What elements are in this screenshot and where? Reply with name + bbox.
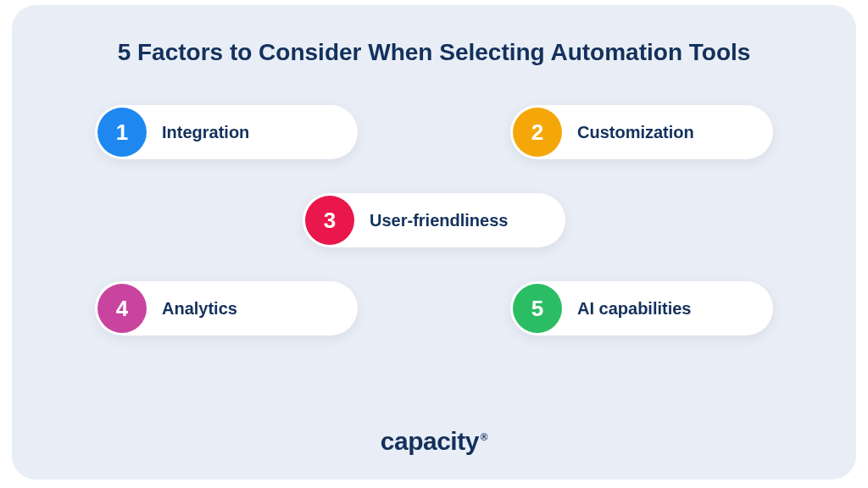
factor-badge: 2 [513, 108, 562, 157]
row-1: 1 Integration 2 Customization [63, 105, 805, 159]
registered-mark: ® [481, 431, 487, 443]
row-3: 4 Analytics 5 AI capabilities [63, 281, 805, 336]
factor-pill-3: 3 User-friendliness [303, 193, 565, 247]
factor-label: User-friendliness [370, 211, 508, 230]
factor-pill-5: 5 AI capabilities [510, 281, 773, 336]
factor-label: Analytics [162, 299, 237, 319]
factor-label: AI capabilities [577, 299, 692, 319]
card-title: 5 Factors to Consider When Selecting Aut… [63, 39, 805, 66]
factor-badge: 4 [97, 284, 147, 333]
factor-label: Customization [577, 123, 694, 142]
factor-label: Integration [162, 123, 249, 142]
factor-pill-2: 2 Customization [510, 105, 773, 159]
brand-logo: capacity® [12, 427, 856, 456]
factor-pill-1: 1 Integration [95, 105, 358, 159]
factor-badge: 5 [513, 284, 562, 333]
brand-name: capacity [381, 427, 479, 455]
factor-pill-4: 4 Analytics [95, 281, 358, 336]
factor-badge: 3 [305, 196, 354, 245]
info-card: 5 Factors to Consider When Selecting Aut… [12, 5, 856, 480]
factor-badge: 1 [97, 108, 147, 157]
row-2: 3 User-friendliness [63, 193, 805, 247]
